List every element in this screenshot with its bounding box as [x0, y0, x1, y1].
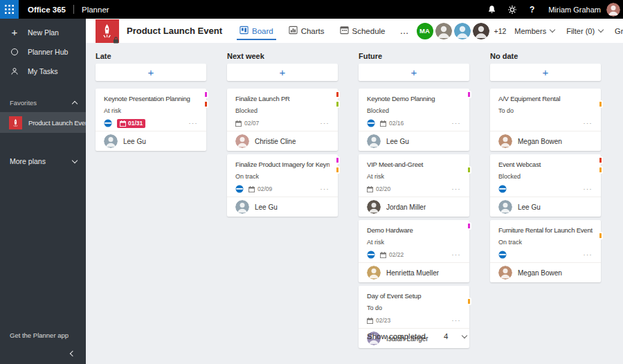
- card-more-button[interactable]: ···: [452, 317, 462, 324]
- card-body: Event WebcastBlocked···: [490, 154, 601, 197]
- tab-schedule[interactable]: Schedule: [332, 19, 393, 43]
- assignee-name: Megan Bowen: [518, 138, 562, 145]
- assignee-strip: Lee Gu: [227, 197, 338, 217]
- card-more-button[interactable]: ···: [584, 120, 593, 127]
- app-launcher-icon[interactable]: [0, 0, 19, 19]
- user-name[interactable]: Miriam Graham: [548, 6, 601, 14]
- column-next-week: Next week+Finalize Launch PRBlocked02/07…: [227, 43, 338, 220]
- avatar[interactable]: MA: [417, 23, 433, 39]
- card-more-button[interactable]: ···: [189, 120, 199, 127]
- assignee-name: Jordan Miller: [386, 203, 426, 211]
- card-meta-row: 02/20···: [367, 183, 461, 195]
- due-date: 02/22: [380, 251, 404, 258]
- assignee-strip: Christie Cline: [227, 131, 338, 151]
- calendar-icon: [249, 186, 255, 192]
- more-tabs-button[interactable]: …: [393, 19, 417, 43]
- assignee-name: Henrietta Mueller: [386, 269, 439, 277]
- group-by-dropdown[interactable]: Group by Due date: [615, 27, 623, 35]
- task-card[interactable]: Keynote Demo PlanningBlocked02/16···Lee …: [359, 89, 469, 151]
- avatar[interactable]: [435, 23, 452, 39]
- column-future: Future+Keynote Demo PlanningBlocked02/16…: [359, 43, 469, 352]
- card-meta-row: 01/31···: [104, 117, 198, 129]
- column-title: No date: [490, 52, 601, 64]
- card-title: Keynote Presentation Planning: [104, 94, 198, 103]
- sidebar-item-product-launch-event[interactable]: Product Launch Event: [0, 112, 86, 133]
- avatar[interactable]: [454, 23, 471, 39]
- favorite-plan-label: Product Launch Event: [28, 119, 86, 127]
- show-completed-toggle[interactable]: Show completed 4: [359, 332, 469, 340]
- label-green: [467, 166, 471, 174]
- assignee-name: Megan Bowen: [518, 269, 562, 277]
- card-more-button[interactable]: ···: [452, 251, 462, 258]
- add-task-button[interactable]: +: [359, 64, 469, 81]
- bell-icon[interactable]: [482, 0, 502, 19]
- task-card[interactable]: Furniture Rental for Launch EventOn trac…: [490, 220, 601, 282]
- filter-dropdown-label: Filter (0): [566, 27, 595, 35]
- get-planner-app-link[interactable]: Get the Planner app: [10, 331, 69, 339]
- calendar-icon: [367, 186, 373, 192]
- help-icon[interactable]: ?: [522, 0, 542, 19]
- due-date: 02/07: [235, 120, 259, 127]
- sidebar-item-my-tasks[interactable]: My Tasks: [0, 62, 86, 81]
- schedule-icon: [340, 26, 349, 36]
- card-meta-row: 02/22···: [367, 248, 461, 261]
- sidebar-item-new-plan[interactable]: + New Plan: [0, 23, 86, 42]
- members-dropdown[interactable]: Members: [514, 27, 554, 35]
- group-by-prefix: Group by: [615, 27, 623, 35]
- task-card[interactable]: Demo HardwareAt risk02/22···Henrietta Mu…: [359, 220, 469, 282]
- card-meta-row: 02/07···: [235, 117, 329, 129]
- card-body: Demo HardwareAt risk02/22···: [359, 220, 469, 262]
- tab-label: Schedule: [352, 27, 386, 35]
- sidebar-item-label: New Plan: [28, 28, 59, 37]
- task-card[interactable]: A/V Equipment RentalTo do···Megan Bowen: [490, 89, 601, 151]
- card-body: Finalize Launch PRBlocked02/07···: [227, 89, 338, 131]
- assignee-strip: Henrietta Mueller: [359, 262, 469, 282]
- card-more-button[interactable]: ···: [452, 120, 462, 127]
- label-orange: [335, 166, 340, 174]
- card-body: A/V Equipment RentalTo do···: [490, 89, 601, 131]
- card-more-button[interactable]: ···: [320, 120, 330, 127]
- card-title: Day of Event Setup: [367, 291, 461, 300]
- tab-charts[interactable]: Charts: [281, 19, 332, 43]
- tab-board[interactable]: Board: [232, 19, 281, 43]
- card-more-button[interactable]: ···: [584, 185, 593, 192]
- avatar[interactable]: [473, 23, 489, 39]
- task-card[interactable]: Event WebcastBlocked···Lee Gu: [490, 154, 601, 217]
- avatar: [498, 266, 512, 280]
- brand-title[interactable]: Office 365: [28, 6, 66, 14]
- card-more-button[interactable]: ···: [320, 185, 330, 192]
- card-title: Finalize Launch PR: [235, 94, 329, 103]
- task-card[interactable]: Finalize Launch PRBlocked02/07···Christi…: [227, 89, 338, 151]
- assignee-name: Lee Gu: [255, 203, 278, 211]
- add-task-button[interactable]: +: [227, 64, 338, 81]
- task-card[interactable]: Finalize Product Imagery for KeynoteOn t…: [227, 154, 338, 217]
- sidebar-item-label: My Tasks: [28, 67, 58, 75]
- card-more-button[interactable]: ···: [452, 185, 462, 192]
- chevron-down-icon: [72, 157, 78, 163]
- filter-dropdown[interactable]: Filter (0): [566, 27, 603, 35]
- task-card[interactable]: VIP Meet-and-GreetAt risk02/20···Jordan …: [359, 154, 469, 217]
- app-name[interactable]: Planner: [82, 6, 109, 14]
- label-pink: [335, 156, 340, 164]
- gear-icon[interactable]: [502, 0, 522, 19]
- more-plans-toggle[interactable]: More plans: [0, 154, 86, 168]
- tab-label: Charts: [301, 27, 325, 35]
- task-card[interactable]: Keynote Presentation PlanningAt risk01/3…: [96, 89, 206, 151]
- more-plans-label: More plans: [10, 157, 46, 165]
- view-tabs: Board Charts Schedule …: [232, 19, 417, 43]
- add-task-button[interactable]: +: [490, 64, 601, 81]
- collapse-sidebar-button[interactable]: [67, 348, 78, 359]
- card-more-button[interactable]: ···: [584, 251, 593, 258]
- sidebar: + New Plan Planner Hub My Tasks Favorite…: [0, 19, 86, 364]
- user-avatar[interactable]: [606, 3, 620, 17]
- show-completed-label: Show completed: [367, 332, 426, 340]
- add-task-button[interactable]: +: [96, 64, 206, 81]
- label-orange: [598, 232, 603, 239]
- card-status: Blocked: [367, 107, 461, 114]
- members-overflow-count[interactable]: +12: [494, 27, 507, 35]
- favorites-section-header[interactable]: Favorites: [0, 95, 86, 109]
- card-title: Furniture Rental for Launch Event: [498, 226, 593, 235]
- sidebar-item-planner-hub[interactable]: Planner Hub: [0, 42, 86, 62]
- calendar-icon: [235, 120, 242, 127]
- person-icon: [10, 67, 19, 75]
